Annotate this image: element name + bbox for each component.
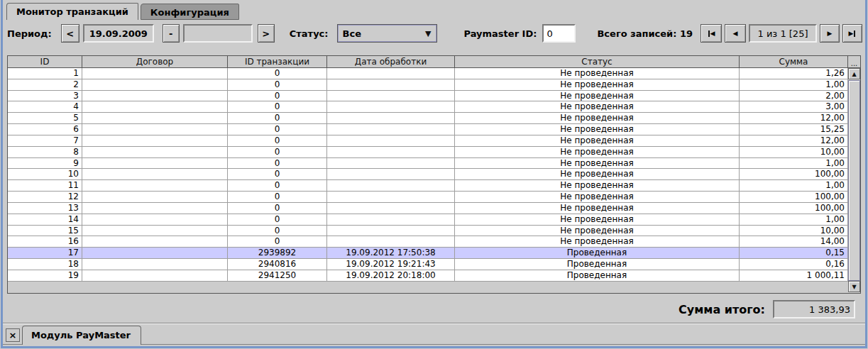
table-row[interactable]: 10Не проведенная1,26 xyxy=(8,68,848,79)
cell: 1,26 xyxy=(740,68,848,79)
cell xyxy=(327,214,455,225)
table-row[interactable]: 19294125019.09.2012 20:18:00Проведенная1… xyxy=(8,270,848,282)
column-header-0[interactable]: ID xyxy=(8,56,82,68)
column-header-5[interactable]: Сумма xyxy=(740,56,848,68)
cell xyxy=(327,124,455,135)
next-page-icon: ▶ xyxy=(828,31,833,37)
cell: 1 xyxy=(8,68,82,79)
pager: ◀ ◀ 1 из 1 [25] ▶ ▶ xyxy=(701,24,862,43)
table-row[interactable]: 150Не проведенная10,00 xyxy=(8,226,848,237)
cell: Не проведенная xyxy=(455,226,740,236)
table-row[interactable]: 70Не проведенная12,00 xyxy=(8,135,848,147)
tab-configuration[interactable]: Конфигурация xyxy=(141,4,239,20)
cell: 1,00 xyxy=(740,180,848,191)
prev-page-icon: ◀ xyxy=(733,31,738,37)
cell: 0 xyxy=(228,147,327,157)
top-tab-bar: Монитор транзакций Конфигурация xyxy=(6,3,241,20)
pager-last-button[interactable]: ▶ xyxy=(842,24,862,43)
cell: 7 xyxy=(8,135,82,146)
date-from-field[interactable]: 19.09.2009 xyxy=(83,24,154,43)
cell: 2939892 xyxy=(228,248,327,258)
scrollbar-thumb[interactable] xyxy=(848,80,860,281)
module-tab-paymaster[interactable]: Модуль PayMaster xyxy=(22,326,141,345)
cell: 0,15 xyxy=(740,248,848,258)
cell: 17 xyxy=(8,248,82,258)
column-header-1[interactable]: Договор xyxy=(82,56,228,68)
cell: 19.09.2012 19:21:43 xyxy=(327,259,455,270)
cell: 19.09.2012 17:50:38 xyxy=(327,248,455,258)
cell: Не проведенная xyxy=(455,203,740,214)
cell xyxy=(82,147,228,157)
cell: Не проведенная xyxy=(455,124,740,135)
close-module-button[interactable]: × xyxy=(6,328,20,342)
cell xyxy=(327,79,455,90)
table-row[interactable]: 50Не проведенная12,00 xyxy=(8,113,848,124)
cell: 0 xyxy=(228,203,327,214)
corner-header[interactable]: ... xyxy=(848,56,860,68)
cell xyxy=(82,135,228,146)
cell xyxy=(82,101,228,112)
status-label: Статус: xyxy=(290,28,329,39)
cell: 15 xyxy=(8,226,82,236)
summary-row: Сумма итого: 1 383,93 xyxy=(679,300,855,318)
cell: 1,00 xyxy=(740,158,848,169)
column-header-4[interactable]: Статус xyxy=(455,56,740,68)
table-row[interactable]: 18294081619.09.2012 19:21:43Проведенная0… xyxy=(8,259,848,270)
pager-first-button[interactable]: ◀ xyxy=(701,24,722,43)
cell xyxy=(327,180,455,191)
cell xyxy=(327,147,455,157)
cell: 0 xyxy=(228,226,327,236)
table-row[interactable]: 40Не проведенная3,00 xyxy=(8,101,848,113)
table-row[interactable]: 130Не проведенная100,00 xyxy=(8,203,848,214)
table-row[interactable]: 100Не проведенная100,00 xyxy=(8,169,848,180)
cell: 10 xyxy=(8,169,82,179)
pager-prev-button[interactable]: ◀ xyxy=(725,24,746,43)
table-row[interactable]: 60Не проведенная15,25 xyxy=(8,124,848,135)
table-row[interactable]: 140Не проведенная1,00 xyxy=(8,214,848,226)
period-next-button[interactable]: > xyxy=(258,24,275,43)
tab-transaction-monitor[interactable]: Монитор транзакций xyxy=(6,3,138,20)
table-row[interactable]: 110Не проведенная1,00 xyxy=(8,180,848,192)
total-sum-label: Сумма итого: xyxy=(679,303,765,316)
table-row[interactable]: 30Не проведенная2,00 xyxy=(8,91,848,102)
cell: Не проведенная xyxy=(455,91,740,101)
table-row[interactable]: 20Не проведенная1,00 xyxy=(8,79,848,91)
table-row[interactable]: 17293989219.09.2012 17:50:38Проведенная0… xyxy=(8,248,848,259)
pager-next-button[interactable]: ▶ xyxy=(820,24,840,43)
column-header-3[interactable]: Дата обработки xyxy=(327,56,455,68)
panel-divider xyxy=(3,323,865,324)
cell: 100,00 xyxy=(740,192,848,202)
table-row[interactable]: 80Не проведенная10,00 xyxy=(8,147,848,158)
paymaster-id-input[interactable] xyxy=(542,24,576,43)
cell: Не проведенная xyxy=(455,101,740,112)
table-row[interactable]: 90Не проведенная1,00 xyxy=(8,158,848,170)
cell: 3 xyxy=(8,91,82,101)
table-row[interactable]: 160Не проведенная14,00 xyxy=(8,236,848,248)
cell: 100,00 xyxy=(740,203,848,214)
table-row[interactable]: 120Не проведенная100,00 xyxy=(8,192,848,203)
window-border-left xyxy=(1,0,3,348)
first-page-bar-icon xyxy=(708,31,710,37)
first-page-icon: ◀ xyxy=(710,31,715,37)
cell: 2,00 xyxy=(740,91,848,101)
cell: 0 xyxy=(228,68,327,79)
cell xyxy=(327,101,455,112)
date-to-field[interactable] xyxy=(183,24,253,43)
scroll-down-button[interactable]: ▼ xyxy=(848,281,860,292)
cell xyxy=(82,203,228,214)
cell: Не проведенная xyxy=(455,180,740,191)
status-combobox[interactable]: Все ▼ xyxy=(337,24,437,43)
cell xyxy=(82,124,228,135)
period-prev-button[interactable]: < xyxy=(61,24,79,43)
cell xyxy=(82,169,228,179)
vertical-scrollbar[interactable]: ▲ ▼ xyxy=(848,68,860,293)
cell: 6 xyxy=(8,124,82,135)
scroll-up-button[interactable]: ▲ xyxy=(848,68,860,79)
cell xyxy=(327,68,455,79)
cell: Не проведенная xyxy=(455,236,740,247)
cell xyxy=(82,236,228,247)
column-header-2[interactable]: ID транзакции xyxy=(228,56,327,68)
range-dash-button[interactable]: - xyxy=(163,24,180,43)
table-body: 10Не проведенная1,2620Не проведенная1,00… xyxy=(8,68,848,282)
cell: Не проведенная xyxy=(455,113,740,123)
